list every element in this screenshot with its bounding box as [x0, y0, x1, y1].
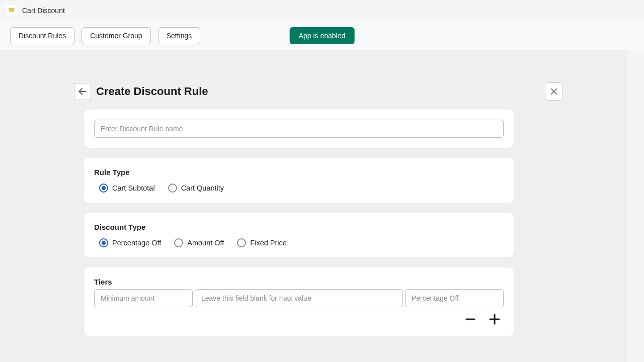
app-title: Cart Discount	[22, 7, 65, 15]
back-button[interactable]	[74, 83, 91, 100]
page-title: Create Discount Rule	[96, 85, 208, 98]
tier-value-input[interactable]	[405, 289, 504, 307]
radio-label: Cart Quantity	[181, 184, 224, 192]
radio-indicator	[99, 184, 108, 193]
tiers-label: Tiers	[94, 278, 504, 286]
arrow-left-icon	[77, 86, 88, 97]
remove-tier-button[interactable]	[463, 312, 477, 326]
close-icon	[549, 87, 558, 96]
add-tier-button[interactable]	[488, 312, 502, 326]
rule-type-label: Rule Type	[94, 168, 504, 176]
minus-icon	[464, 313, 476, 325]
radio-indicator	[168, 184, 177, 193]
rule-type-options: Cart Subtotal Cart Quantity	[94, 184, 504, 193]
radio-amount-off[interactable]: Amount Off	[174, 238, 224, 247]
radio-label: Percentage Off	[112, 239, 161, 247]
nav-row: Discount Rules Customer Group Settings A…	[0, 21, 644, 50]
radio-indicator	[174, 238, 183, 247]
nav-settings[interactable]: Settings	[158, 27, 201, 44]
discount-type-options: Percentage Off Amount Off Fixed Price	[94, 238, 504, 247]
tier-max-input[interactable]	[195, 289, 403, 307]
topbar: Cart Discount	[0, 0, 644, 21]
rule-name-input[interactable]	[94, 120, 504, 138]
nav-discount-rules[interactable]: Discount Rules	[10, 27, 74, 44]
radio-indicator	[99, 238, 108, 247]
radio-label: Cart Subtotal	[112, 184, 155, 192]
tier-row	[94, 289, 504, 307]
tier-min-input[interactable]	[94, 289, 193, 307]
app-icon	[6, 5, 17, 16]
name-card	[84, 110, 514, 148]
status-badge: App is enabled	[290, 27, 355, 44]
discount-type-card: Discount Type Percentage Off Amount Off …	[84, 213, 514, 257]
radio-label: Amount Off	[187, 239, 224, 247]
tiers-card: Tiers	[84, 267, 514, 336]
page-header: Create Discount Rule	[84, 82, 543, 101]
content: Create Discount Rule Rule Type Cart Subt…	[84, 50, 543, 336]
radio-percentage-off[interactable]: Percentage Off	[99, 238, 161, 247]
plus-icon	[489, 313, 501, 325]
discount-type-label: Discount Type	[94, 223, 504, 231]
nav-customer-group[interactable]: Customer Group	[82, 27, 150, 44]
radio-cart-subtotal[interactable]: Cart Subtotal	[99, 184, 155, 193]
page: Create Discount Rule Rule Type Cart Subt…	[0, 50, 627, 362]
radio-fixed-price[interactable]: Fixed Price	[237, 238, 287, 247]
radio-cart-quantity[interactable]: Cart Quantity	[168, 184, 224, 193]
rule-type-card: Rule Type Cart Subtotal Cart Quantity	[84, 158, 514, 203]
tier-actions	[94, 312, 504, 326]
close-button[interactable]	[545, 82, 563, 101]
radio-label: Fixed Price	[250, 239, 287, 247]
radio-indicator	[237, 238, 246, 247]
